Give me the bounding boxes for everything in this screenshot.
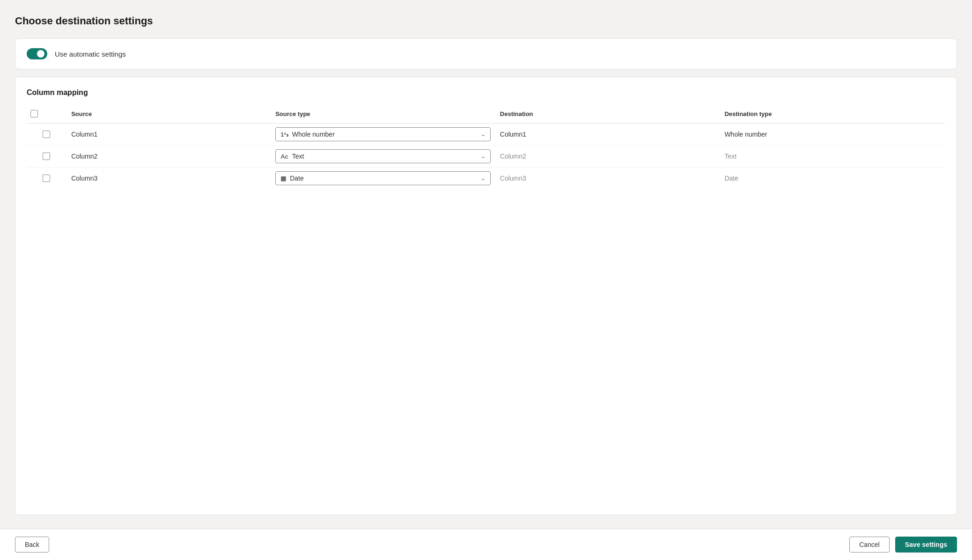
table-row: Column3 ▦ Date ⌄ Column3Date [27,167,945,189]
header-source-type: Source type [272,106,496,124]
header-checkbox[interactable] [30,110,38,117]
destination-name: Column1 [496,124,721,145]
source-type-dropdown-cell: 1²₃ Whole number ⌄ [272,124,496,145]
row-checkbox-0[interactable] [43,131,50,138]
header-destination: Destination [496,106,721,124]
chevron-down-icon: ⌄ [481,131,486,138]
header-destination-type: Destination type [721,106,945,124]
cancel-button[interactable]: Cancel [849,537,890,553]
row-checkbox-cell [27,167,67,189]
type-icon-0: 1²₃ [280,131,288,138]
auto-settings-card: Use automatic settings [15,38,957,69]
save-settings-button[interactable]: Save settings [895,537,957,553]
row-checkbox-2[interactable] [43,175,50,182]
source-type-select-1[interactable]: Ac Text ⌄ [275,149,491,163]
chevron-down-icon: ⌄ [481,175,486,182]
destination-name: Column2 [496,145,721,167]
table-row: Column2 Ac Text ⌄ Column2Text [27,145,945,167]
footer: Back Cancel Save settings [0,529,972,560]
type-select-label-1: Text [292,153,477,160]
auto-settings-label: Use automatic settings [55,50,126,58]
source-name: Column2 [67,145,272,167]
auto-settings-toggle[interactable] [27,48,47,59]
back-button[interactable]: Back [15,537,49,553]
destination-type: Date [721,167,945,189]
type-select-label-2: Date [290,175,477,182]
row-checkbox-cell [27,145,67,167]
source-type-select-0[interactable]: 1²₃ Whole number ⌄ [275,127,491,141]
column-mapping-card: Column mapping Source Source type Destin… [15,77,957,515]
type-icon-2: ▦ [280,175,286,182]
source-type-select-2[interactable]: ▦ Date ⌄ [275,171,491,185]
header-source: Source [67,106,272,124]
source-type-dropdown-cell: ▦ Date ⌄ [272,167,496,189]
source-name: Column3 [67,167,272,189]
destination-type: Text [721,145,945,167]
row-checkbox-1[interactable] [43,153,50,160]
type-icon-1: Ac [280,153,288,160]
type-select-label-0: Whole number [292,131,477,138]
column-mapping-table: Source Source type Destination Destinati… [27,106,945,189]
page-title: Choose destination settings [15,15,957,27]
source-type-dropdown-cell: Ac Text ⌄ [272,145,496,167]
chevron-down-icon: ⌄ [481,153,486,160]
source-name: Column1 [67,124,272,145]
row-checkbox-cell [27,124,67,145]
destination-name: Column3 [496,167,721,189]
destination-type: Whole number [721,124,945,145]
table-row: Column1 1²₃ Whole number ⌄ Column1Whole … [27,124,945,145]
column-mapping-title: Column mapping [27,88,945,97]
